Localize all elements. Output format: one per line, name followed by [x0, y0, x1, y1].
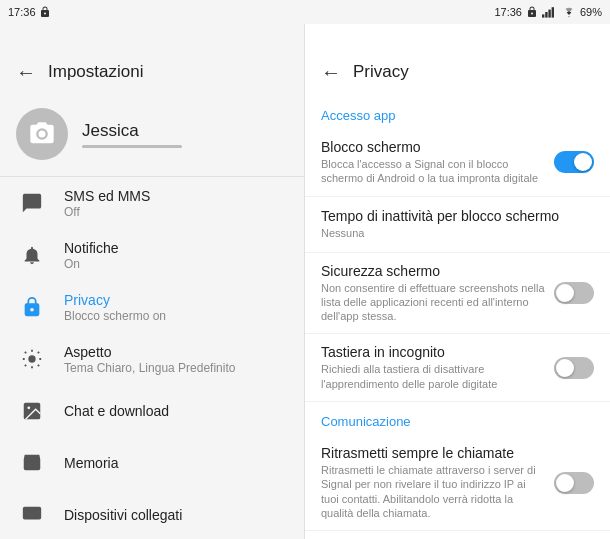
tempo-inattivita-title: Tempo di inattività per blocco schermo: [321, 208, 586, 224]
image-icon: [16, 395, 48, 427]
monitor-icon: [16, 499, 48, 531]
menu-item-privacy[interactable]: Privacy Blocco schermo on: [0, 281, 304, 333]
camera-icon: [28, 120, 56, 148]
left-panel: ← Impostazioni Jessica SMS ed MM: [0, 24, 305, 539]
tempo-inattivita-desc: Nessuna: [321, 226, 586, 240]
left-panel-header: ← Impostazioni: [0, 48, 304, 96]
svg-point-4: [28, 355, 35, 362]
battery-percent: 69%: [580, 6, 602, 18]
tastiera-incognito-title: Tastiera in incognito: [321, 344, 546, 360]
right-panel-title: Privacy: [353, 62, 409, 82]
setting-tempo-inattivita[interactable]: Tempo di inattività per blocco schermo N…: [305, 197, 610, 253]
menu-list: SMS ed MMS Off Notifiche On Privacy: [0, 177, 304, 539]
blocco-schermo-desc: Blocca l'accesso a Signal con il blocco …: [321, 157, 546, 186]
setting-blocco-schermo[interactable]: Blocco schermo Blocca l'accesso a Signal…: [305, 129, 610, 197]
setting-ritrasmetti[interactable]: Ritrasmetti sempre le chiamate Ritrasmet…: [305, 435, 610, 531]
tastiera-incognito-desc: Richiedi alla tastiera di disattivare l'…: [321, 362, 546, 391]
sms-label: SMS ed MMS: [64, 188, 288, 204]
status-bar: 17:36 17:36 69%: [0, 0, 610, 24]
left-panel-title: Impostazioni: [48, 62, 143, 82]
sicurezza-schermo-toggle[interactable]: [554, 282, 594, 304]
menu-item-sms[interactable]: SMS ed MMS Off: [0, 177, 304, 229]
chat-icon: [16, 187, 48, 219]
signal-icon: [542, 6, 558, 18]
setting-sicurezza-schermo[interactable]: Sicurezza schermo Non consentire di effe…: [305, 253, 610, 335]
ritrasmetti-toggle[interactable]: [554, 472, 594, 494]
ritrasmetti-title: Ritrasmetti sempre le chiamate: [321, 445, 546, 461]
sicurezza-schermo-title: Sicurezza schermo: [321, 263, 546, 279]
privacy-label: Privacy: [64, 292, 288, 308]
wifi-icon: [562, 6, 576, 18]
privacy-sublabel: Blocco schermo on: [64, 309, 288, 323]
notifiche-sublabel: On: [64, 257, 288, 271]
menu-item-memoria[interactable]: Memoria: [0, 437, 304, 489]
menu-item-notifiche[interactable]: Notifiche On: [0, 229, 304, 281]
right-panel: ← Privacy Accesso app Blocco schermo Blo…: [305, 24, 610, 539]
time-left: 17:36: [8, 6, 36, 18]
box-icon: [16, 447, 48, 479]
aspetto-sublabel: Tema Chiaro, Lingua Predefinito: [64, 361, 288, 375]
tastiera-incognito-toggle[interactable]: [554, 357, 594, 379]
menu-item-aspetto[interactable]: Aspetto Tema Chiaro, Lingua Predefinito: [0, 333, 304, 385]
lock-menu-icon: [16, 291, 48, 323]
svg-rect-0: [542, 14, 544, 17]
setting-conferme-lettura[interactable]: Conferme di lettura Se le conferme di le…: [305, 531, 610, 539]
section-label-accesso: Accesso app: [305, 96, 610, 129]
lock-icon-left: [39, 6, 51, 18]
blocco-schermo-title: Blocco schermo: [321, 139, 546, 155]
menu-item-dispositivi[interactable]: Dispositivi collegati: [0, 489, 304, 539]
ritrasmetti-desc: Ritrasmetti le chiamate attraverso i ser…: [321, 463, 546, 520]
svg-rect-3: [552, 7, 554, 17]
sun-icon: [16, 343, 48, 375]
right-panel-header: ← Privacy: [305, 48, 610, 96]
svg-rect-2: [548, 10, 550, 18]
aspetto-label: Aspetto: [64, 344, 288, 360]
profile-name: Jessica: [82, 121, 288, 141]
chat-label: Chat e download: [64, 403, 288, 419]
profile-info: Jessica: [82, 121, 288, 148]
svg-rect-1: [545, 12, 547, 18]
right-back-button[interactable]: ←: [321, 61, 341, 84]
setting-tastiera-incognito[interactable]: Tastiera in incognito Richiedi alla tast…: [305, 334, 610, 402]
dispositivi-label: Dispositivi collegati: [64, 507, 288, 523]
blocco-schermo-toggle[interactable]: [554, 151, 594, 173]
bell-icon: [16, 239, 48, 271]
sicurezza-schermo-desc: Non consentire di effettuare screenshots…: [321, 281, 546, 324]
avatar: [16, 108, 68, 160]
profile-section[interactable]: Jessica: [0, 96, 304, 177]
lock-icon-right: [526, 6, 538, 18]
memoria-label: Memoria: [64, 455, 288, 471]
svg-rect-7: [23, 507, 41, 520]
profile-bar: [82, 145, 182, 148]
section-label-comunicazione: Comunicazione: [305, 402, 610, 435]
notifiche-label: Notifiche: [64, 240, 288, 256]
sms-sublabel: Off: [64, 205, 288, 219]
svg-point-6: [27, 406, 30, 409]
time-right: 17:36: [494, 6, 522, 18]
menu-item-chat[interactable]: Chat e download: [0, 385, 304, 437]
back-button[interactable]: ←: [16, 61, 36, 84]
